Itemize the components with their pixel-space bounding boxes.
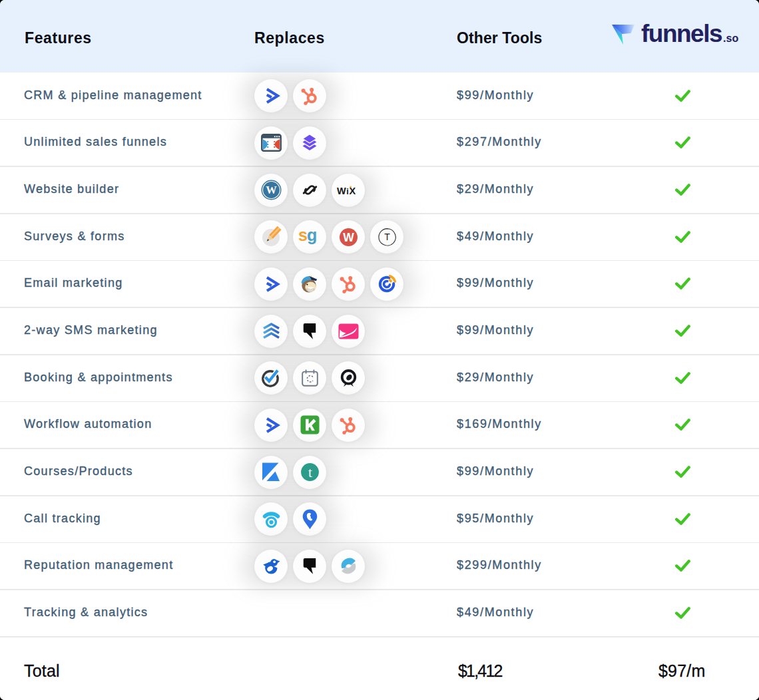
svg-text:t: t xyxy=(308,464,312,480)
svg-text:g: g xyxy=(307,226,317,244)
svg-text:s: s xyxy=(298,226,308,244)
svg-text:W: W xyxy=(266,184,277,196)
svg-text:W: W xyxy=(343,231,354,244)
svg-text:T: T xyxy=(384,232,390,242)
svg-text:WiX: WiX xyxy=(337,185,356,196)
